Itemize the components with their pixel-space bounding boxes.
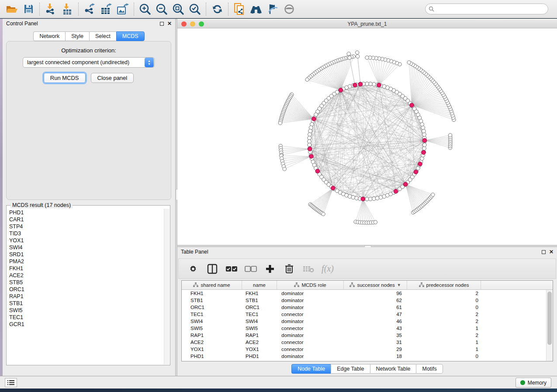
mcds-result-item[interactable]: RAP1	[7, 293, 164, 300]
export-image-button[interactable]	[114, 2, 131, 17]
mcds-result-item[interactable]: PHD1	[7, 209, 164, 216]
mcds-hub-node[interactable]	[315, 169, 320, 173]
delete-column-button[interactable]	[283, 261, 296, 276]
network-leaf-node[interactable]	[347, 52, 350, 55]
zoom-out-button[interactable]	[153, 2, 170, 17]
open-folder-button[interactable]	[3, 2, 20, 17]
network-leaf-node[interactable]	[365, 56, 369, 59]
mcds-hub-node[interactable]	[394, 189, 398, 194]
table-settings-button[interactable]	[187, 261, 200, 276]
split-view-button[interactable]	[206, 261, 219, 276]
zoom-selected-button[interactable]	[187, 2, 203, 17]
zoom-in-button[interactable]	[137, 2, 153, 17]
function-builder-button[interactable]: f(x)	[321, 261, 334, 276]
network-leaf-node[interactable]	[374, 220, 377, 224]
column-header-name[interactable]: name	[242, 281, 277, 289]
search-input[interactable]	[434, 6, 548, 12]
table-row[interactable]: RAP1RAP1dominator352	[182, 332, 546, 339]
mcds-result-item[interactable]: STB5	[7, 279, 164, 286]
network-node[interactable]	[351, 196, 355, 199]
network-node[interactable]	[422, 129, 426, 133]
tab-motifs[interactable]: Motifs	[416, 364, 443, 374]
column-header-predecessor-nodes[interactable]: predecessor nodes	[407, 281, 481, 289]
network-leaf-node[interactable]	[283, 167, 286, 171]
mcds-hub-node[interactable]	[309, 154, 314, 158]
network-node[interactable]	[308, 129, 312, 133]
mcds-result-item[interactable]: SWI5	[7, 307, 164, 314]
memory-button[interactable]: Memory	[515, 378, 551, 388]
network-node[interactable]	[309, 126, 313, 130]
add-column-button[interactable]	[263, 261, 277, 276]
table-row[interactable]: SWI4SWI4dominator462	[182, 318, 546, 325]
hide-selected-button[interactable]	[264, 2, 281, 17]
mcds-result-item[interactable]: TEC1	[7, 314, 164, 321]
network-node[interactable]	[422, 133, 426, 137]
mcds-hub-node[interactable]	[358, 82, 363, 86]
network-node[interactable]	[375, 196, 379, 200]
table-row[interactable]: STB1STB1dominator620	[182, 297, 546, 304]
mcds-result-item[interactable]: FKH1	[7, 265, 164, 272]
import-network-button[interactable]	[42, 2, 59, 17]
network-leaf-node[interactable]	[356, 55, 359, 58]
network-node[interactable]	[372, 197, 376, 201]
save-button[interactable]	[20, 2, 37, 17]
table-row[interactable]: SWI5SWI5connector431	[182, 325, 546, 332]
tab-select[interactable]: Select	[89, 31, 116, 41]
mcds-list-scrollbar[interactable]	[164, 209, 170, 364]
column-header-successor-nodes[interactable]: successor nodes▼	[344, 281, 407, 289]
network-node[interactable]	[422, 143, 426, 147]
mcds-result-item[interactable]: YOX1	[7, 237, 164, 244]
mcds-hub-node[interactable]	[331, 186, 336, 190]
network-node[interactable]	[369, 197, 373, 201]
export-network-button[interactable]	[81, 2, 98, 17]
network-node[interactable]	[308, 133, 312, 137]
float-table-panel-icon[interactable]	[542, 250, 546, 254]
tab-network[interactable]: Network	[33, 31, 65, 41]
network-leaf-node[interactable]	[305, 78, 309, 81]
import-table-button[interactable]	[59, 2, 76, 17]
network-graph[interactable]	[177, 29, 557, 245]
network-leaf-node[interactable]	[448, 133, 452, 137]
tab-edge-table[interactable]: Edge Table	[331, 364, 370, 374]
tab-style[interactable]: Style	[65, 31, 89, 41]
mcds-hub-node[interactable]	[361, 197, 365, 201]
mcds-result-item[interactable]: SRD1	[7, 251, 164, 258]
network-leaf-node[interactable]	[355, 51, 359, 54]
optimization-criterion-select[interactable]: largest connected component (undirected)…	[23, 57, 155, 68]
close-panel-icon[interactable]: ✕	[167, 22, 172, 26]
mcds-hub-node[interactable]	[312, 117, 316, 121]
task-history-button[interactable]	[5, 378, 17, 387]
table-scrollbar-thumb[interactable]	[547, 292, 552, 345]
show-all-columns-button[interactable]	[225, 261, 238, 276]
show-all-button[interactable]	[281, 2, 298, 17]
column-header-shared-name[interactable]: shared name	[182, 281, 242, 289]
table-row[interactable]: FKH1FKH1dominator962	[182, 290, 546, 297]
mcds-result-item[interactable]: ACE2	[7, 272, 164, 279]
network-node[interactable]	[355, 196, 359, 200]
close-panel-button[interactable]: Close panel	[91, 73, 134, 83]
network-leaf-node[interactable]	[407, 61, 411, 64]
zoom-fit-button[interactable]	[170, 2, 187, 17]
mcds-result-item[interactable]: STP4	[7, 223, 164, 230]
mcds-result-item[interactable]: CAR1	[7, 216, 164, 223]
mcds-hub-node[interactable]	[422, 138, 427, 143]
hide-all-columns-button[interactable]	[244, 261, 257, 276]
mcds-result-item[interactable]: PMA2	[7, 258, 164, 265]
mcds-result-item[interactable]: STB1	[7, 300, 164, 307]
mcds-hub-node[interactable]	[377, 83, 381, 87]
network-node[interactable]	[308, 143, 311, 147]
refresh-button[interactable]	[209, 2, 225, 17]
network-leaf-node[interactable]	[431, 193, 435, 196]
search-network-button[interactable]	[248, 2, 264, 17]
table-scrollbar[interactable]	[546, 290, 553, 361]
mcds-hub-node[interactable]	[339, 88, 343, 93]
table-row[interactable]: ACE2ACE2connector311	[182, 339, 546, 346]
column-header-MCDS-role[interactable]: MCDS role	[277, 281, 344, 289]
mcds-result-item[interactable]: GCR1	[7, 321, 164, 328]
tab-mcds[interactable]: MCDS	[116, 31, 145, 41]
network-leaf-node[interactable]	[322, 212, 325, 216]
float-panel-icon[interactable]	[160, 22, 164, 26]
run-mcds-button[interactable]: Run MCDS	[44, 73, 86, 83]
mcds-hub-node[interactable]	[414, 170, 418, 174]
mcds-hub-node[interactable]	[422, 150, 426, 155]
